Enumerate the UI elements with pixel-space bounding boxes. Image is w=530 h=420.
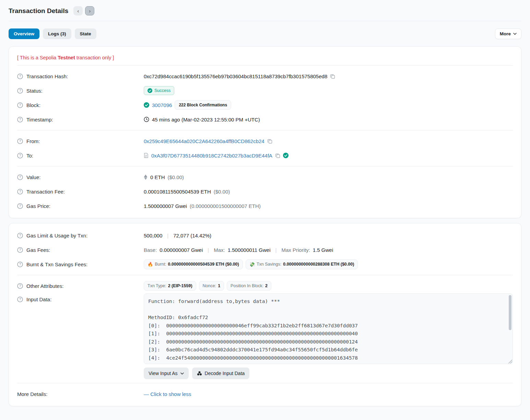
input-data-label: Input Data: [26,296,51,302]
help-icon[interactable]: ? [17,117,23,122]
chevron-left-icon: ‹ [77,8,79,14]
svg-text:?: ? [19,118,21,121]
copy-icon [267,139,272,144]
copy-icon [330,74,335,79]
help-icon[interactable]: ? [17,261,23,267]
more-details-row: More Details: — Click to show less [17,387,513,401]
divider [17,383,513,383]
block-label: Block: [26,102,40,108]
chevron-down-icon [513,33,517,35]
status-badge: Success [144,86,174,95]
check-circle-icon [148,88,152,93]
divider [17,166,513,166]
help-icon[interactable]: ? [17,138,23,144]
input-data-content: Function: forward(address to,bytes data)… [148,298,504,364]
to-label: To: [26,153,33,159]
from-row: ? From: 0x259c49E65644a020C2A642260a4ffB… [17,134,513,148]
gas-price-eth: (0.000000001500000007 ETH) [190,203,261,209]
clock-icon [144,117,149,122]
separator: | [205,247,211,253]
verified-check-circle-icon [283,153,288,158]
decode-input-data-button[interactable]: Decode Input Data [192,368,250,379]
svg-text:?: ? [19,175,21,179]
burnt-fee-badge: 🔥 Burnt: 0.000000000000504539 ETH ($0.00… [144,259,243,269]
tab-overview[interactable]: Overview [9,28,39,39]
timestamp-row: ? Timestamp: 45 mins ago (Mar-02-2023 12… [17,112,513,127]
help-icon[interactable]: ? [17,233,23,238]
help-icon[interactable]: ? [17,247,23,253]
help-icon[interactable]: ? [17,153,23,159]
svg-text:?: ? [19,284,21,288]
tab-state[interactable]: State [75,28,96,39]
to-row: ? To: 0xA3f07D6773514480b918C2742b027b3a… [17,148,513,163]
copy-from-address-button[interactable] [267,139,272,144]
help-icon[interactable]: ? [17,203,23,209]
block-number-link[interactable]: 3007096 [152,102,172,108]
gas-fees-row: ? Gas Fees: Base: 0.000000007 Gwei | Max… [17,243,513,257]
timestamp-value: 45 mins ago (Mar-02-2023 12:55:00 PM +UT… [152,117,260,122]
help-icon[interactable]: ? [17,73,23,79]
page-header: Transaction Details ‹ › [0,0,530,21]
txn-type-badge: Txn Type: 2 (EIP-1559) [144,281,196,291]
tab-logs[interactable]: Logs (3) [43,28,71,39]
svg-text:?: ? [19,89,21,93]
view-input-as-label: View Input As [149,371,178,376]
help-icon[interactable]: ? [17,283,23,289]
position-badge-value: 2 [265,283,268,288]
help-icon[interactable]: ? [17,88,23,94]
status-badge-label: Success [154,88,170,93]
to-address-link[interactable]: 0xA3f07D6773514480b918C2742b027b3acD9E44… [151,153,272,159]
txn-savings-badge-label: Txn Savings: [257,262,281,267]
svg-text:?: ? [19,190,21,194]
value-row: ? Value: 0 ETH ($0.00) [17,170,513,184]
input-data-resize-handle[interactable] [508,360,512,363]
position-in-block-badge: Position In Block: 2 [227,281,271,291]
chevron-right-icon: › [89,8,91,14]
help-icon[interactable]: ? [17,189,23,195]
flame-icon: 🔥 [148,262,153,267]
svg-text:?: ? [19,154,21,158]
burnt-fee-badge-value: 0.000000000000504539 ETH ($0.00) [168,262,239,267]
details-card: ? Gas Limit & Usage by Txn: 500,000 | 72… [9,223,521,406]
more-dropdown-button[interactable]: More [495,28,521,39]
burnt-fees-row: ? Burnt & Txn Savings Fees: 🔥 Burnt: 0.0… [17,257,513,271]
input-data-textarea[interactable]: Function: forward(address to,bytes data)… [144,293,513,364]
previous-transaction-button[interactable]: ‹ [73,6,83,15]
txn-savings-badge: 💸 Txn Savings: 0.000000000000288308 ETH … [246,259,358,269]
other-attributes-label: Other Attributes: [26,283,63,289]
max-fee-value: 1.500000011 Gwei [228,247,271,253]
block-confirmations-badge: 222 Block Confirmations [175,100,231,110]
view-input-as-button[interactable]: View Input As [144,368,189,379]
ethereum-icon [144,174,148,180]
svg-text:?: ? [19,262,21,266]
copy-hash-button[interactable] [330,74,335,79]
show-less-link[interactable]: — Click to show less [144,391,191,397]
transaction-hash-value: 0xc72d984ccac6190b5f135576eb97b03604bc81… [144,73,327,79]
base-fee-value: 0.000000007 Gwei [160,247,203,253]
max-fee-label: Max: [214,247,225,253]
gas-usage-value: 72,077 (14.42%) [173,233,211,238]
nonce-badge: Nonce: 1 [199,281,224,291]
overview-card: [ This is a Sepolia Testnet transaction … [9,46,521,218]
status-row: ? Status: Success [17,83,513,98]
money-wings-icon: 💸 [249,262,255,267]
gas-price-label: Gas Price: [26,203,50,209]
value-amount: 0 ETH [150,174,165,180]
copy-to-address-button[interactable] [275,153,280,158]
gas-limit-value: 500,000 [144,233,162,238]
gas-limit-row: ? Gas Limit & Usage by Txn: 500,000 | 72… [17,228,513,243]
input-data-row: ? Input Data: Function: forward(address … [17,293,513,380]
from-address-link[interactable]: 0x259c49E65644a020C2A642260a4ffB0CD862cb… [144,138,264,144]
next-transaction-button[interactable]: › [85,6,94,15]
help-icon[interactable]: ? [17,296,23,302]
help-icon[interactable]: ? [17,102,23,108]
svg-text:?: ? [19,103,21,107]
separator: | [273,247,279,253]
position-badge-label: Position In Block: [231,283,263,288]
decode-input-data-label: Decode Input Data [205,371,245,376]
gas-price-row: ? Gas Price: 1.500000007 Gwei (0.0000000… [17,199,513,213]
block-row: ? Block: 3007096 222 Block Confirmations [17,98,513,112]
txn-savings-badge-value: 0.000000000000288308 ETH ($0.00) [283,262,354,267]
help-icon[interactable]: ? [17,174,23,180]
input-data-scrollbar[interactable] [509,295,511,330]
